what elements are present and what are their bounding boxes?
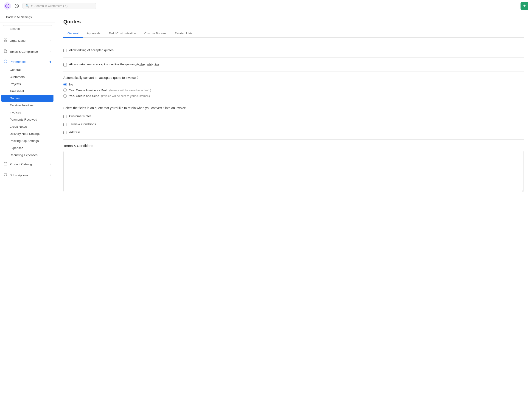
tab-related-lists[interactable]: Related Lists [170, 29, 197, 38]
global-search-bar[interactable]: 🔍 ▼ Search in Customers ( / ) [23, 3, 96, 9]
svg-rect-4 [4, 40, 5, 42]
search-dropdown-arrow: ▼ [31, 5, 33, 7]
radio-row-draft: Yes. Create Invoice as Draft (Invoice wi… [63, 88, 524, 92]
sidebar-subitem-invoices[interactable]: Invoices [0, 109, 55, 116]
sidebar-item-organization[interactable]: Organization › [0, 36, 55, 45]
allow-customers-checkbox[interactable] [63, 63, 67, 67]
customer-notes-label: Customer Notes [69, 114, 92, 118]
radio-send-sub: (Invoice will be sent to your customer.) [101, 94, 150, 98]
preferences-subitems: General Customers Projects Timesheet Quo… [0, 66, 55, 159]
tab-approvals[interactable]: Approvals [83, 29, 105, 38]
sidebar-section-organization: Organization › [0, 35, 55, 46]
radio-send[interactable] [63, 94, 67, 98]
allow-customers-section: Allow customers to accept or decline the… [63, 58, 524, 72]
sidebar-subitem-recurring-expenses[interactable]: Recurring Expenses [0, 152, 55, 159]
tab-custom-buttons[interactable]: Custom Buttons [140, 29, 170, 38]
address-checkbox[interactable] [63, 131, 67, 134]
auto-convert-section: Automatically convert an accepted quote … [63, 72, 524, 102]
allow-editing-label: Allow editing of accepted quotes [69, 48, 114, 52]
tab-field-customization[interactable]: Field Customization [105, 29, 140, 38]
app-logo [4, 2, 11, 10]
organization-icon [4, 38, 7, 43]
terms-conditions-checkbox[interactable] [63, 123, 67, 126]
svg-rect-5 [6, 40, 7, 42]
product-catalog-arrow-icon: › [50, 162, 51, 166]
sidebar-item-preferences[interactable]: Preferences ▾ [0, 57, 55, 66]
sidebar-subitem-delivery-note-settings[interactable]: Delivery Note Settings [0, 130, 55, 137]
back-arrow-icon: ‹ [4, 15, 5, 19]
page-title: Quotes [63, 19, 524, 25]
radio-row-no: No [63, 83, 524, 86]
radio-no[interactable] [63, 83, 67, 86]
sidebar-search-input[interactable] [3, 25, 52, 32]
field-check-address: Address [63, 129, 524, 135]
fields-retain-section: Select the fields in an quote that you'd… [63, 102, 524, 140]
sidebar-item-product-catalog[interactable]: Product Catalog › [0, 160, 55, 169]
radio-draft-sub: (Invoice will be saved as a draft.) [109, 89, 151, 92]
main-content: Quotes General Approvals Field Customiza… [55, 12, 532, 408]
public-link-text: via the public link [136, 63, 159, 66]
allow-editing-section: Allow editing of accepted quotes [63, 43, 524, 58]
preferences-collapse-icon: ▾ [50, 60, 51, 64]
allow-editing-row: Allow editing of accepted quotes [63, 47, 524, 53]
organization-arrow-icon: › [50, 39, 51, 42]
sidebar-subitem-credit-notes[interactable]: Credit Notes [0, 123, 55, 130]
search-placeholder-text: Search in Customers ( / ) [35, 4, 93, 8]
radio-draft-label: Yes. Create Invoice as Draft (Invoice wi… [69, 88, 151, 92]
add-button[interactable]: + [521, 2, 528, 10]
topbar: 🔍 ▼ Search in Customers ( / ) + [0, 0, 532, 12]
sidebar-subitem-quotes[interactable]: Quotes [1, 95, 53, 102]
radio-no-label: No [69, 83, 73, 86]
radio-draft[interactable] [63, 88, 67, 92]
taxes-arrow-icon: › [50, 50, 51, 53]
sidebar: ‹ Back to All Settings 🔍 Organization › [0, 12, 55, 408]
sidebar-subitem-projects[interactable]: Projects [0, 80, 55, 88]
radio-row-send: Yes. Create and Send (Invoice will be se… [63, 94, 524, 98]
fields-heading: Select the fields in an quote that you'd… [63, 106, 524, 110]
terms-textarea[interactable] [63, 151, 524, 192]
search-icon: 🔍 [26, 4, 29, 8]
allow-customers-row: Allow customers to accept or decline the… [63, 62, 524, 67]
terms-section: Terms & Conditions [63, 140, 524, 197]
field-checks-group: Customer Notes Terms & Conditions Addres… [63, 113, 524, 135]
tabs-bar: General Approvals Field Customization Cu… [63, 29, 524, 38]
field-check-terms-conditions: Terms & Conditions [63, 121, 524, 127]
sidebar-item-taxes[interactable]: Taxes & Compliance › [0, 47, 55, 56]
allow-editing-checkbox[interactable] [63, 49, 67, 52]
sidebar-subitem-customers[interactable]: Customers [0, 73, 55, 80]
sidebar-subitem-general[interactable]: General [0, 66, 55, 73]
preferences-icon [4, 60, 7, 64]
customer-notes-checkbox[interactable] [63, 115, 67, 118]
svg-point-6 [5, 61, 6, 62]
sidebar-subitem-timesheet[interactable]: Timesheet [0, 88, 55, 95]
sidebar-search-section: 🔍 [0, 22, 55, 35]
app-layout: ‹ Back to All Settings 🔍 Organization › [0, 12, 532, 408]
svg-rect-2 [4, 39, 5, 40]
organization-label: Organization [10, 39, 27, 42]
subscriptions-label: Subscriptions [10, 173, 28, 177]
sidebar-subitem-expenses[interactable]: Expenses [0, 144, 55, 152]
back-to-settings-link[interactable]: ‹ Back to All Settings [0, 12, 55, 22]
sidebar-section-product-catalog: Product Catalog › [0, 159, 55, 170]
svg-rect-3 [6, 39, 7, 40]
field-check-customer-notes: Customer Notes [63, 113, 524, 119]
product-catalog-icon [4, 162, 7, 166]
taxes-label: Taxes & Compliance [10, 50, 38, 53]
tab-general[interactable]: General [63, 29, 83, 38]
product-catalog-label: Product Catalog [10, 162, 32, 166]
taxes-icon [4, 49, 7, 54]
terms-heading: Terms & Conditions [63, 144, 524, 148]
allow-customers-label: Allow customers to accept or decline the… [69, 63, 159, 66]
radio-send-label: Yes. Create and Send (Invoice will be se… [69, 94, 150, 98]
sidebar-section-subscriptions: Subscriptions › [0, 170, 55, 181]
subscriptions-arrow-icon: › [50, 173, 51, 177]
auto-convert-radio-group: No Yes. Create Invoice as Draft (Invoice… [63, 83, 524, 98]
subscriptions-icon [4, 173, 7, 178]
back-link-label: Back to All Settings [6, 15, 32, 19]
terms-conditions-label: Terms & Conditions [69, 122, 96, 126]
sidebar-subitem-payments-received[interactable]: Payments Received [0, 116, 55, 123]
sidebar-subitem-retainer-invoices[interactable]: Retainer Invoices [0, 102, 55, 109]
sidebar-subitem-packing-slip-settings[interactable]: Packing Slip Settings [0, 137, 55, 144]
sidebar-section-preferences: Preferences ▾ General Customers Projects… [0, 57, 55, 159]
sidebar-item-subscriptions[interactable]: Subscriptions › [0, 170, 55, 180]
